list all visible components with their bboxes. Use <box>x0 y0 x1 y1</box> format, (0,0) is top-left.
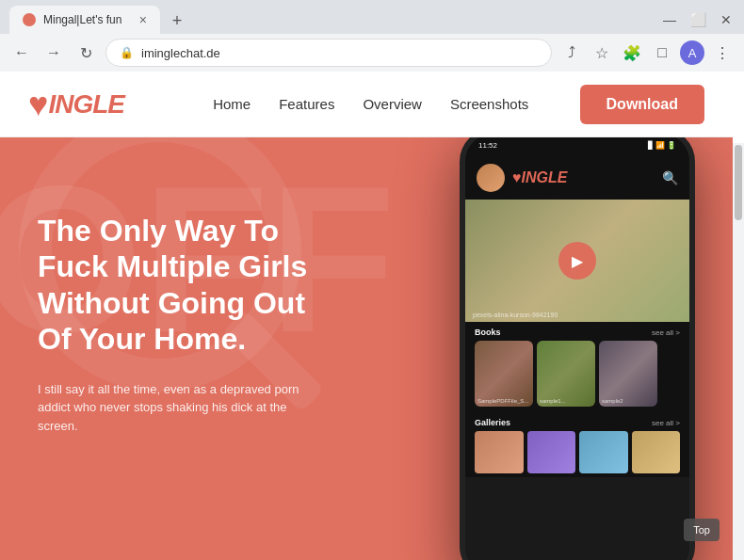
book-thumb-2-label: sample1... <box>540 398 566 404</box>
top-button[interactable]: Top <box>684 519 720 541</box>
site-wrapper: ♥ INGLE Home Features Overview Screensho… <box>0 72 733 560</box>
book-thumb-1-label: SamplePDFFile_S... <box>477 398 528 404</box>
title-bar: Mingal|Let's fun × + — ⬜ ✕ <box>0 0 744 34</box>
scrollbar-thumb[interactable] <box>735 145 742 220</box>
phone-books-see-all[interactable]: see all > <box>652 328 680 337</box>
phone-video-thumbnail[interactable]: ▶ pexels-alina-kurson-9842190 <box>465 200 689 322</box>
book-thumb-3[interactable]: sample2 <box>599 341 657 407</box>
nav-home[interactable]: Home <box>213 96 251 112</box>
minimize-button[interactable]: — <box>661 11 678 28</box>
scrollbar[interactable] <box>733 143 744 560</box>
cast-icon[interactable]: □ <box>650 40 674 65</box>
phone-user-avatar <box>477 164 505 192</box>
phone-books-title: Books <box>475 328 501 337</box>
phone-app-logo: ♥INGLE <box>512 169 655 186</box>
tab-favicon <box>23 13 36 26</box>
logo-text: INGLE <box>48 89 124 120</box>
phone-status-icons: ▊ 📶 🔋 <box>648 141 676 150</box>
phone-screen: ♥INGLE 🔍 ▶ pexels-alina-kurson-9842190 <box>465 156 689 560</box>
phone-search-icon[interactable]: 🔍 <box>662 170 678 185</box>
profile-avatar[interactable]: A <box>680 40 704 65</box>
maximize-button[interactable]: ⬜ <box>689 11 706 28</box>
gallery-thumb-3[interactable] <box>579 431 628 473</box>
forward-button[interactable]: → <box>41 40 66 65</box>
refresh-button[interactable]: ↻ <box>73 40 98 65</box>
back-button[interactable]: ← <box>9 40 34 65</box>
toolbar-icons: ⤴ ☆ 🧩 □ A ⋮ <box>559 40 735 65</box>
download-button[interactable]: Download <box>580 85 704 124</box>
phone-video-label: pexels-alina-kurson-9842190 <box>473 312 558 318</box>
gallery-thumb-2[interactable] <box>527 431 576 473</box>
nav-overview[interactable]: Overview <box>363 96 422 112</box>
phone-app-header: ♥INGLE 🔍 <box>465 156 689 200</box>
gallery-thumb-1[interactable] <box>475 431 524 473</box>
site-logo[interactable]: ♥ INGLE <box>28 85 124 124</box>
book-thumb-1[interactable]: SamplePDFFile_S... <box>475 341 533 407</box>
hero-content: The Only Way ToFuck Multiple GirlsWithou… <box>0 137 733 560</box>
browser-chrome: Mingal|Let's fun × + — ⬜ ✕ ← → ↻ 🔒 iming… <box>0 0 744 72</box>
phone-mockup: 11:52 ▊ 📶 🔋 ♥INGLE <box>460 137 704 560</box>
gallery-thumb-4[interactable] <box>632 431 681 473</box>
active-tab[interactable]: Mingal|Let's fun × <box>9 6 160 34</box>
phone-gallery-thumbnails <box>465 431 689 477</box>
page-area: ♥ INGLE Home Features Overview Screensho… <box>0 72 744 560</box>
share-icon[interactable]: ⤴ <box>559 40 584 65</box>
phone-galleries-title: Galleries <box>475 418 510 427</box>
book-thumb-2[interactable]: sample1... <box>537 341 595 407</box>
close-button[interactable]: ✕ <box>718 11 735 28</box>
tab-label: Mingal|Let's fun <box>43 13 121 26</box>
phone-galleries-header: Galleries see all > <box>465 412 689 431</box>
nav-links: Home Features Overview Screenshots <box>162 96 580 112</box>
menu-icon[interactable]: ⋮ <box>710 40 735 65</box>
extensions-icon[interactable]: 🧩 <box>620 40 644 65</box>
hero-subtext: I still say it all the time, even as a d… <box>38 380 320 436</box>
new-tab-button[interactable]: + <box>164 8 190 34</box>
tabs-area: Mingal|Let's fun × + <box>9 6 190 34</box>
phone-play-button[interactable]: ▶ <box>558 242 596 280</box>
bookmark-icon[interactable]: ☆ <box>590 40 614 65</box>
phone-books-header: Books see all > <box>465 322 689 341</box>
tab-close-btn[interactable]: × <box>139 12 147 27</box>
window-controls: — ⬜ ✕ <box>661 11 735 28</box>
book-thumb-3-label: sample2 <box>602 398 623 404</box>
lock-icon: 🔒 <box>120 46 134 59</box>
phone-frame: 11:52 ▊ 📶 🔋 ♥INGLE <box>460 137 695 560</box>
nav-features[interactable]: Features <box>279 96 334 112</box>
phone-galleries-see-all[interactable]: see all > <box>652 419 680 427</box>
site-nav: ♥ INGLE Home Features Overview Screensho… <box>0 72 733 137</box>
address-bar-row: ← → ↻ 🔒 iminglechat.de ⤴ ☆ 🧩 □ A ⋮ <box>0 34 744 72</box>
phone-time: 11:52 <box>478 141 497 150</box>
nav-screenshots[interactable]: Screenshots <box>450 96 528 112</box>
logo-heart-icon: ♥ <box>28 85 48 124</box>
phone-book-thumbnails: SamplePDFFile_S... sample1... sample2 <box>465 341 689 412</box>
address-box[interactable]: 🔒 iminglechat.de <box>105 39 552 67</box>
hero-section: OFF The Only Way ToFuck Multiple GirlsWi… <box>0 137 733 560</box>
address-text: iminglechat.de <box>141 46 538 60</box>
phone-status-bar: 11:52 ▊ 📶 🔋 <box>465 137 689 156</box>
